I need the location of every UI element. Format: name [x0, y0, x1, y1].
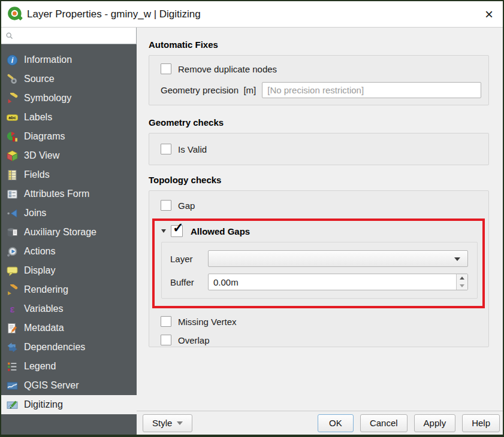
title-bar: Layer Properties - gminy_w | Digitizing …: [1, 1, 503, 28]
sidebar-item-qgis-server[interactable]: QGIS Server: [1, 376, 137, 395]
sidebar-item-label: Digitizing: [24, 399, 63, 410]
qgis-server-icon: [7, 380, 18, 392]
sidebar-item-label: Rendering: [24, 284, 68, 295]
rendering-icon: [7, 284, 18, 296]
allowed-gaps-panel: Layer Buffer: [161, 242, 478, 299]
overlap-row: Overlap: [161, 335, 487, 345]
sidebar-item-dependencies[interactable]: Dependencies: [1, 338, 137, 357]
layer-label: Layer: [170, 254, 200, 264]
digitizing-panel: Automatic Fixes Remove duplicate nodes G…: [137, 28, 503, 435]
cancel-button[interactable]: Cancel: [360, 414, 408, 432]
labels-icon: abc: [7, 112, 18, 123]
variables-icon: ε: [7, 304, 18, 315]
sidebar-item-label: Joins: [24, 208, 46, 218]
sidebar-item-attributes-form[interactable]: Attributes Form: [1, 184, 137, 204]
sidebar-item-rendering[interactable]: Rendering: [1, 280, 137, 299]
gap-row: Gap: [161, 200, 487, 211]
sidebar-item-source[interactable]: Source: [1, 69, 137, 89]
buffer-label: Buffer: [170, 277, 200, 287]
collapse-arrow-icon[interactable]: [161, 229, 166, 233]
geometry-precision-input[interactable]: [262, 82, 481, 98]
sidebar-item-label: Symbology: [24, 93, 71, 104]
style-button[interactable]: Style: [143, 414, 192, 432]
sidebar-item-label: Fields: [24, 169, 50, 180]
sidebar-nav: iInformationSourceSymbologyabcLabelsDiag…: [1, 44, 137, 414]
help-button[interactable]: Help: [462, 414, 500, 432]
allowed-gaps-checkbox[interactable]: ✓: [171, 225, 183, 237]
sidebar-item-diagrams[interactable]: Diagrams: [1, 127, 137, 146]
close-icon[interactable]: ×: [475, 1, 503, 28]
buffer-input[interactable]: [209, 277, 455, 287]
search-input[interactable]: [1, 28, 136, 44]
auxiliary-storage-icon: [7, 227, 18, 238]
spin-up-icon[interactable]: [457, 274, 467, 282]
buffer-row: Buffer: [170, 274, 468, 290]
sidebar-item-digitizing[interactable]: Digitizing: [1, 395, 137, 414]
sidebar-item-label: Source: [24, 74, 55, 84]
apply-button[interactable]: Apply: [414, 414, 456, 432]
metadata-icon: [7, 323, 18, 334]
window-title: Layer Properties - gminy_w | Digitizing: [27, 8, 201, 20]
symbology-icon: [7, 93, 18, 104]
chevron-down-icon: [177, 421, 183, 425]
sidebar-search: [1, 28, 137, 44]
sidebar-item-information[interactable]: iInformation: [1, 50, 137, 69]
sidebar-item-label: 3D View: [24, 150, 59, 161]
buffer-spinbox: [208, 274, 468, 290]
remove-duplicate-nodes-row: Remove duplicate nodes: [161, 63, 481, 74]
gap-label: Gap: [178, 201, 195, 211]
layer-row: Layer: [170, 250, 468, 267]
spin-down-icon[interactable]: [457, 282, 467, 290]
digitizing-icon: [7, 399, 18, 411]
qgis-logo-icon: [7, 6, 23, 22]
overlap-checkbox[interactable]: [161, 335, 171, 345]
is-valid-row: Is Valid: [161, 144, 481, 154]
automatic-fixes-group: Remove duplicate nodes Geometry precisio…: [149, 55, 489, 105]
sidebar-item-display[interactable]: Display: [1, 261, 137, 280]
missing-vertex-checkbox[interactable]: [161, 316, 171, 327]
sidebar-item-label: Legend: [24, 361, 56, 372]
remove-duplicate-nodes-label: Remove duplicate nodes: [178, 64, 277, 74]
layer-combobox[interactable]: [208, 250, 468, 267]
geometry-precision-label: Geometry precision [m]: [161, 85, 256, 95]
allowed-gaps-label: Allowed Gaps: [191, 226, 250, 236]
dependencies-icon: [7, 342, 18, 353]
sidebar-item-metadata[interactable]: Metadata: [1, 318, 137, 338]
is-valid-checkbox[interactable]: [161, 144, 171, 154]
topology-checks-group: Gap ✓ Allowed Gaps Layer: [149, 190, 489, 347]
is-valid-label: Is Valid: [178, 144, 207, 154]
sidebar-item-fields[interactable]: Fields: [1, 165, 137, 184]
sidebar-item-label: Dependencies: [24, 342, 85, 353]
remove-duplicate-nodes-checkbox[interactable]: [161, 63, 171, 74]
sidebar-item-symbology[interactable]: Symbology: [1, 89, 137, 108]
sidebar-item-label: Diagrams: [24, 131, 65, 142]
sidebar-item-legend[interactable]: Legend: [1, 357, 137, 376]
sidebar-item-label: Labels: [24, 112, 52, 123]
chevron-down-icon: [454, 257, 460, 261]
dialog-footer: Style OK Cancel Apply Help: [137, 411, 503, 435]
automatic-fixes-heading: Automatic Fixes: [149, 40, 489, 50]
sidebar: iInformationSourceSymbologyabcLabelsDiag…: [1, 28, 137, 435]
sidebar-item-labels[interactable]: abcLabels: [1, 108, 137, 127]
sidebar-item-auxiliary-storage[interactable]: Auxiliary Storage: [1, 223, 137, 242]
sidebar-item-label: Attributes Form: [24, 189, 89, 199]
attributes-form-icon: [7, 189, 18, 200]
geometry-checks-heading: Geometry checks: [149, 117, 489, 128]
sidebar-item-joins[interactable]: Joins: [1, 204, 137, 223]
ok-button[interactable]: OK: [318, 414, 354, 432]
sidebar-item-label: Information: [24, 54, 72, 65]
sidebar-item-label: Actions: [24, 246, 55, 257]
sidebar-item-3d-view[interactable]: 3D View: [1, 146, 137, 165]
geometry-checks-group: Is Valid: [149, 133, 489, 165]
style-button-label: Style: [152, 418, 172, 428]
allowed-gaps-annotation-box: ✓ Allowed Gaps Layer Buffer: [152, 218, 485, 308]
sidebar-item-variables[interactable]: εVariables: [1, 299, 137, 318]
spin-buttons: [456, 274, 467, 290]
missing-vertex-row: Missing Vertex: [161, 316, 487, 327]
svg-text:abc: abc: [8, 115, 16, 120]
display-icon: [7, 265, 18, 277]
sidebar-item-actions[interactable]: Actions: [1, 242, 137, 261]
gap-checkbox[interactable]: [161, 200, 171, 211]
actions-icon: [7, 246, 18, 257]
allowed-gaps-header: ✓ Allowed Gaps: [161, 225, 478, 237]
